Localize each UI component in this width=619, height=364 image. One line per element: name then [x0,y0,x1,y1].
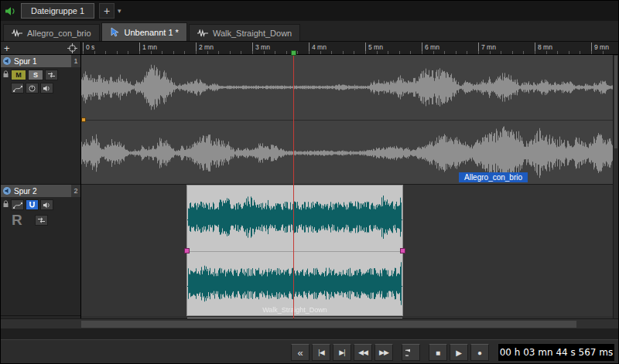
monitor-icon[interactable] [2,56,12,66]
solo-button[interactable]: S [28,70,43,80]
add-filegroup-button[interactable]: + [99,3,115,19]
timeline-area: 0 s 1 mn 2 mn 3 mn 4 mn 5 mn 6 mn 7 mn 8… [81,42,618,318]
track-1-right-channel[interactable] [81,121,613,186]
track-1-left-waveform[interactable] [81,56,613,119]
lock-icon[interactable] [2,70,9,78]
tab-label: Allegro_con_brio [27,29,91,38]
vertical-scrollbar-thumb[interactable] [614,56,617,148]
clip-fade-handle-right[interactable] [400,248,405,253]
ruler-tick: 6 mn [422,43,439,54]
record-button[interactable]: ● [470,344,489,361]
play-button[interactable]: ▶ [450,344,468,361]
mute-button[interactable]: M [11,70,26,80]
track-number: 2 [71,185,80,197]
clip-right-waveform[interactable] [188,253,402,314]
stop-button[interactable]: ■ [429,344,447,361]
focus-target-icon[interactable] [67,43,77,53]
audio-output-icon [5,6,16,16]
ruler-tick: 0 s [83,43,94,54]
speaker-button[interactable] [40,199,53,210]
document-tab-bar: Allegro_con_brio Unbenannt 1 * Walk_Stra… [1,21,618,42]
routing-button[interactable] [45,70,58,80]
ruler-tick: 1 mn [139,43,157,54]
ruler-tick: 9 mn [591,43,609,54]
vertical-scrollbar[interactable] [613,55,618,318]
clip-name-label[interactable]: Allegro_con_brio [459,172,528,182]
envelope-anchor-handle[interactable] [81,117,86,122]
speaker-button[interactable] [40,83,53,94]
edit-cursor-icon [110,27,120,37]
tracks-viewport[interactable]: Allegro_con_brio Walk_Straight_Down [81,55,613,318]
track-1-mini-column [1,67,11,94]
montage-area: + Spur 1 1 [1,42,618,318]
track-2-name-row[interactable]: Spur 2 2 [1,185,80,197]
loop-button[interactable] [402,344,420,361]
track-name: Spur 1 [14,57,69,66]
record-ready-indicator[interactable]: R [11,213,22,227]
track-1-header[interactable]: Spur 1 1 M S [1,55,80,185]
audio-clip-walk-straight-down[interactable]: Walk_Straight_Down [186,185,403,316]
previous-marker-button[interactable]: |◀ [312,344,330,361]
track-control-panel: + Spur 1 1 [1,42,81,318]
track-number: 1 [71,55,80,67]
waveform-icon [12,29,22,37]
playhead-marker[interactable] [291,50,296,56]
track-2-lane[interactable]: Walk_Straight_Down [81,185,613,316]
clip-left-waveform[interactable] [188,187,402,247]
filegroup-dropdown-button[interactable]: ▾ [118,7,121,15]
tab-label: Unbenannt 1 * [125,28,179,37]
tab-walk-straight-down[interactable]: Walk_Straight_Down [189,24,300,41]
ruler-tick: 5 mn [365,43,383,54]
clip-name-label: Walk_Straight_Down [187,306,402,314]
track-2-header[interactable]: Spur 2 2 [1,185,80,316]
ruler-tick: 7 mn [478,43,496,54]
clip-left-channel[interactable] [187,187,402,252]
track-2-mini-column [1,197,11,227]
tab-unbenannt-1[interactable]: Unbenannt 1 * [101,22,187,41]
ruler-tick: 8 mn [535,43,552,54]
go-to-start-button[interactable]: « [291,344,310,361]
horizontal-scrollbar-thumb[interactable] [81,321,576,328]
status-strip [1,328,618,339]
snap-magnet-button[interactable] [26,199,39,210]
waveform-icon [197,29,208,37]
track-1-right-waveform[interactable] [81,121,613,185]
ruler-tick: 3 mn [252,43,270,54]
ruler-tick: 4 mn [309,43,327,54]
ruler-tick: 2 mn [196,43,214,54]
tab-allegro-con-brio[interactable]: Allegro_con_brio [3,24,100,41]
clip-fade-handle-left[interactable] [184,248,190,253]
track-1-lane[interactable]: Allegro_con_brio [81,55,613,185]
routing-button[interactable] [35,215,48,226]
horizontal-scrollbar[interactable] [1,318,618,328]
track-name: Spur 2 [14,187,69,196]
rewind-button[interactable]: ◀◀ [354,344,372,361]
filegroup-tab[interactable]: Dateigruppe 1 [21,3,94,19]
tab-label: Walk_Straight_Down [213,29,292,38]
playback-cursor[interactable] [293,55,294,318]
audio-editor-window: Dateigruppe 1 + ▾ Allegro_con_brio Unben… [0,0,619,364]
track-1-left-channel[interactable] [81,56,613,121]
next-marker-button[interactable]: ▶| [333,344,351,361]
time-ruler[interactable]: 0 s 1 mn 2 mn 3 mn 4 mn 5 mn 6 mn 7 mn 8… [81,42,618,55]
monitor-icon[interactable] [2,186,12,196]
add-track-button[interactable]: + [4,43,10,53]
envelope-button[interactable] [11,83,24,94]
track-1-name-row[interactable]: Spur 1 1 [1,55,80,67]
pan-knob-button[interactable] [26,83,39,94]
time-display[interactable]: 00 h 03 mn 44 s 567 ms [498,343,615,362]
filegroup-bar: Dateigruppe 1 + ▾ [1,1,618,21]
lock-icon[interactable] [2,200,9,208]
track-panel-toolbar: + [1,42,80,55]
fast-forward-button[interactable]: ▶▶ [374,344,393,361]
transport-bar: « |◀ ▶| ◀◀ ▶▶ ■ ▶ ● 00 h 03 mn 44 s 567 … [1,339,618,364]
envelope-button[interactable] [11,199,24,210]
